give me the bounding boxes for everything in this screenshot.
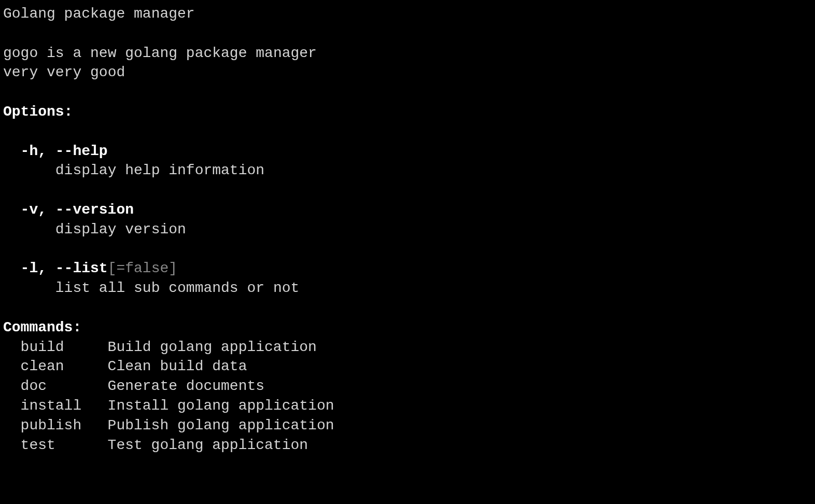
command-description: Install golang application — [108, 398, 334, 414]
option-item: -h, --help display help information — [3, 142, 812, 181]
blank-line — [3, 122, 812, 142]
blank-line — [3, 180, 812, 200]
description-line-2: very very good — [3, 63, 812, 82]
option-description: display help information — [55, 161, 812, 180]
blank-line — [3, 298, 812, 318]
description-line-1: gogo is a new golang package manager — [3, 44, 812, 63]
terminal-output: Golang package manager gogo is a new gol… — [3, 4, 812, 455]
option-flag-text: -l, --list — [21, 260, 108, 276]
option-item: -l, --list[=false] list all sub commands… — [3, 259, 812, 298]
command-item: installInstall golang application — [21, 396, 812, 416]
command-item: publishPublish golang application — [21, 416, 812, 436]
commands-header: Commands: — [3, 318, 812, 338]
command-description: Clean build data — [108, 358, 247, 374]
command-item: testTest golang application — [21, 436, 812, 455]
command-description: Publish golang application — [108, 417, 334, 433]
command-description: Test golang application — [108, 437, 308, 453]
option-description: list all sub commands or not — [55, 278, 812, 298]
command-name: test — [21, 436, 108, 455]
command-name: publish — [21, 416, 108, 436]
option-item: -v, --version display version — [3, 200, 812, 240]
option-flags: -l, --list[=false] — [21, 259, 812, 278]
option-default: [=false] — [108, 260, 177, 276]
command-name: clean — [21, 357, 108, 376]
app-title: Golang package manager — [3, 4, 812, 24]
option-flag-text: -v, --version — [21, 202, 134, 218]
command-name: install — [21, 396, 108, 416]
command-item: cleanClean build data — [21, 357, 812, 376]
blank-line — [3, 82, 812, 102]
command-item: buildBuild golang application — [21, 338, 812, 357]
options-header: Options: — [3, 102, 812, 122]
command-name: build — [21, 338, 108, 357]
option-flags: -v, --version — [21, 200, 812, 220]
option-flag-text: -h, --help — [21, 143, 108, 159]
command-description: Build golang application — [108, 339, 317, 355]
command-item: docGenerate documents — [21, 376, 812, 396]
blank-line — [3, 240, 812, 259]
command-name: doc — [21, 376, 108, 396]
blank-line — [3, 24, 812, 44]
option-flags: -h, --help — [21, 142, 812, 161]
command-description: Generate documents — [108, 378, 264, 394]
option-description: display version — [55, 220, 812, 240]
